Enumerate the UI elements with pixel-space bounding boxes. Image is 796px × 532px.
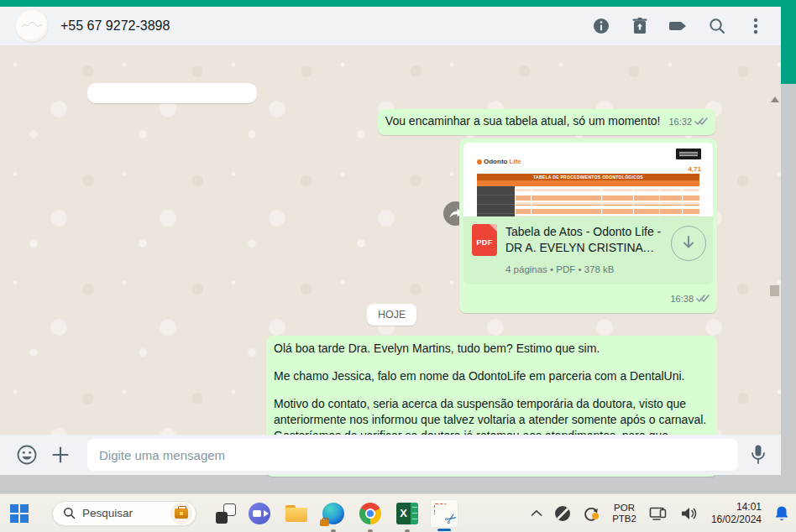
composer-bar (0, 435, 781, 475)
preview-table: TABELA DE PROCEDIMENTOS ODONTOLÓGICOS (477, 174, 699, 216)
pdf-preview-image[interactable]: OdontoLife 4,71 TABELA DE PROCEDIMENTOS … (463, 143, 713, 216)
clock-time: 14:01 (711, 501, 762, 514)
scrollbar-thumb[interactable] (770, 285, 779, 296)
desktop-strip (0, 475, 796, 493)
taskbar-app-chrome[interactable] (356, 499, 385, 528)
document-meta: 4 páginas • PDF • 378 kB (505, 262, 662, 278)
document-title: Tabela de Atos - Odonto Life - DR A. EVE… (505, 224, 662, 256)
excel-icon: X (396, 503, 418, 524)
contact-phone-title[interactable]: +55 67 9272-3898 (60, 18, 170, 34)
notification-bell-icon[interactable] (774, 505, 789, 522)
pdf-file-icon: PDF (472, 224, 497, 256)
outgoing-message-document: OdontoLife 4,71 TABELA DE PROCEDIMENTOS … (459, 138, 717, 313)
download-button[interactable] (671, 226, 706, 261)
chat-message-area: Vou encaminhar a sua tabela atual, só um… (0, 46, 781, 435)
preview-logo: OdontoLife (477, 154, 521, 170)
windows-taskbar: Pesquisar X ✂ POR PTB2 14:01 1 (0, 493, 796, 532)
label-tag-icon[interactable] (668, 16, 689, 36)
partial-incoming-bubble (87, 83, 257, 103)
teams-chat-icon (249, 503, 270, 524)
start-button[interactable] (10, 504, 29, 523)
taskbar-app-teams[interactable] (245, 499, 274, 528)
tray-volume-icon[interactable] (680, 506, 699, 521)
taskbar-search[interactable]: Pesquisar (52, 501, 196, 526)
tray-muted-status-icon[interactable] (555, 506, 570, 521)
message-paragraph: Olá boa tarde Dra. Evelyn Martins, tudo … (274, 341, 710, 357)
microphone-icon[interactable] (746, 443, 770, 467)
message-time: 16:32 (668, 117, 692, 127)
delivered-ticks-icon (694, 114, 708, 130)
attach-plus-icon[interactable] (49, 443, 72, 467)
preview-price-badge (676, 149, 701, 159)
message-paragraph: Me chamo Jessica, falo em nome da Odonto… (274, 368, 710, 384)
search-icon[interactable] (707, 16, 727, 36)
top-accent-bar (0, 0, 796, 7)
snipping-tool-icon: ✂ (433, 503, 455, 524)
menu-kebab-icon[interactable] (746, 16, 766, 36)
contact-avatar[interactable] (15, 9, 49, 43)
search-label: Pesquisar (82, 507, 170, 519)
background-window-edge-gray (781, 84, 796, 475)
tray-cast-display-icon[interactable] (649, 506, 668, 521)
language-indicator[interactable]: POR PTB2 (612, 503, 636, 524)
clock-date: 16/02/2024 (711, 514, 762, 526)
background-window-edge-teal (781, 7, 796, 84)
taskbar-app-excel[interactable]: X (393, 499, 422, 528)
taskbar-app-explorer[interactable] (282, 499, 311, 528)
taskbar-app-edge[interactable] (319, 499, 348, 528)
search-icon (63, 507, 76, 519)
scroll-up-arrow[interactable] (771, 96, 779, 102)
tray-sync-icon[interactable] (583, 505, 600, 522)
document-file-row[interactable]: PDF Tabela de Atos - Odonto Life - DR A.… (463, 216, 713, 284)
emoji-icon[interactable] (15, 443, 39, 467)
delete-icon[interactable] (630, 16, 650, 36)
chrome-browser-icon (359, 503, 381, 524)
chat-header: +55 67 9272-3898 (0, 7, 781, 46)
logo-dot-icon (477, 159, 482, 164)
taskbar-clock[interactable]: 14:01 16/02/2024 (711, 501, 762, 526)
edge-browser-icon (322, 503, 344, 524)
message-input[interactable] (87, 439, 738, 471)
date-divider: HOJE (367, 304, 416, 326)
taskbar-app-snipping-tool[interactable]: ✂ (430, 499, 458, 528)
search-highlight-icon (170, 503, 192, 524)
outgoing-message-1: Vou encaminhar a sua tabela atual, só um… (378, 109, 715, 135)
tray-chevron-up-icon[interactable] (531, 509, 542, 517)
message-text: Vou encaminhar a sua tabela atual, só um… (385, 114, 661, 128)
info-icon[interactable] (591, 16, 611, 36)
delivered-ticks-icon (696, 291, 710, 307)
task-view-icon[interactable] (215, 503, 237, 524)
file-explorer-icon (285, 505, 307, 522)
message-time-row: 16:38 (463, 284, 713, 309)
work-profile-badge-icon (320, 519, 329, 526)
